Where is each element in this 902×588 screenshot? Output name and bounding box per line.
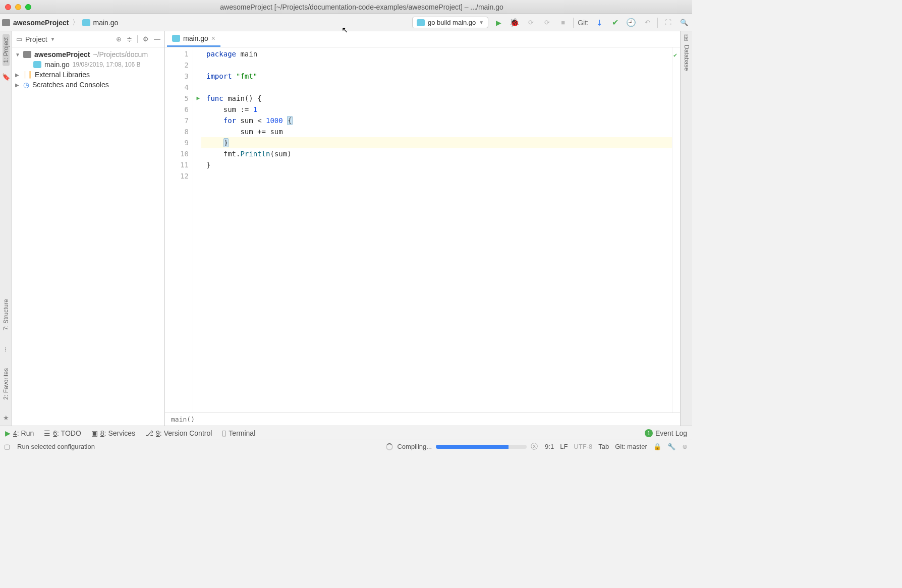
debug-button[interactable]: 🐞 <box>509 17 521 29</box>
git-commit-button[interactable]: ✔ <box>609 17 621 29</box>
tree-file[interactable]: main.go 19/08/2019, 17:08, 106 B <box>12 60 164 70</box>
editor[interactable]: 12345▶6789101112 package mainimport "fmt… <box>165 47 680 413</box>
code-line[interactable] <box>201 170 672 182</box>
hide-panel-icon[interactable]: — <box>154 35 160 43</box>
gutter[interactable]: 12345▶6789101112 <box>165 47 193 413</box>
project-panel-title[interactable]: Project <box>25 35 47 43</box>
run-coverage-button[interactable]: ⟳ <box>525 17 537 29</box>
database-icon[interactable]: 🗄 <box>683 34 690 42</box>
progress-bar <box>436 445 527 449</box>
inspection-ok-icon[interactable]: ✔ <box>672 47 680 63</box>
folder-icon <box>2 19 10 26</box>
project-view-icon: ▭ <box>16 35 22 43</box>
star-icon: ★ <box>3 414 9 422</box>
favorites-tool-tab[interactable]: 2: Favorites <box>3 365 10 403</box>
tool-windows-icon[interactable]: ▢ <box>4 443 10 450</box>
code-line[interactable]: } <box>201 137 672 148</box>
code-area[interactable]: package mainimport "fmt"func main() { su… <box>201 47 672 413</box>
status-bar: ▢ Run selected configuration Compiling..… <box>0 440 692 453</box>
left-tool-rail: 1: Project 🔖 7: Structure ⫶ 2: Favorites… <box>0 31 12 426</box>
revert-button[interactable]: ↶ <box>641 17 653 29</box>
go-file-icon <box>172 35 180 42</box>
bottom-tool-bar: ▶4: Run ☰6: TODO ▣8: Services ⎇9: Versio… <box>0 426 692 440</box>
project-tool-window: ▭ Project ▼ ⊕ ≑ ⚙ — ▼ awesomeProject ~/P… <box>12 31 165 426</box>
breadcrumb-file[interactable]: main.go <box>93 19 119 27</box>
folder-icon <box>23 51 31 58</box>
terminal-tool-button[interactable]: ⌷Terminal <box>222 429 255 437</box>
editor-tab[interactable]: main.go × <box>167 31 220 47</box>
code-line[interactable]: fmt.Println(sum) <box>201 148 672 159</box>
tree-scratches[interactable]: ▶ ◷ Scratches and Consoles <box>12 80 164 90</box>
library-icon: ║║ <box>23 71 32 78</box>
go-file-icon <box>33 61 41 68</box>
window-close-button[interactable] <box>5 4 11 10</box>
window-minimize-button[interactable] <box>15 4 21 10</box>
breadcrumb-project[interactable]: awesomeProject <box>13 19 69 27</box>
code-line[interactable]: sum += sum <box>201 126 672 137</box>
structure-icon: ⫶ <box>4 345 8 353</box>
run-config-label: go build main.go <box>428 19 476 26</box>
code-line[interactable]: for sum < 1000 { <box>201 115 672 126</box>
bookmark-icon[interactable]: 🔖 <box>2 73 10 81</box>
indent-info[interactable]: Tab <box>598 443 609 450</box>
git-branch[interactable]: Git: master <box>615 443 647 450</box>
spinner-icon <box>386 443 393 450</box>
stop-button[interactable]: ■ <box>557 17 569 29</box>
go-file-icon <box>82 19 90 26</box>
window-zoom-button[interactable] <box>25 4 31 10</box>
code-line[interactable]: import "fmt" <box>201 71 672 82</box>
git-label: Git: <box>578 19 589 27</box>
chevron-right-icon: 〉 <box>72 18 79 27</box>
code-line[interactable]: func main() { <box>201 93 672 104</box>
close-tab-icon[interactable]: × <box>211 34 215 42</box>
code-line[interactable]: } <box>201 159 672 170</box>
history-button[interactable]: 🕘 <box>625 17 637 29</box>
tree-root[interactable]: ▼ awesomeProject ~/Projects/docum <box>12 49 164 60</box>
window-title: awesomeProject [~/Projects/documentation… <box>36 3 687 11</box>
services-tool-button[interactable]: ▣8: Services <box>91 429 135 437</box>
cancel-progress-button[interactable]: ⓧ <box>531 442 538 451</box>
expand-button[interactable]: ⛶ <box>662 17 674 29</box>
project-tree[interactable]: ▼ awesomeProject ~/Projects/docum main.g… <box>12 47 164 92</box>
database-tool-tab[interactable]: Database <box>683 42 690 74</box>
encoding[interactable]: UTF-8 <box>574 443 592 450</box>
editor-area: main.go × 12345▶6789101112 package maini… <box>165 31 680 426</box>
event-log-button[interactable]: 1 Event Log <box>645 429 687 437</box>
search-everywhere-button[interactable]: 🔍 <box>678 17 690 29</box>
right-tool-rail: 🗄 Database <box>680 31 692 426</box>
git-update-button[interactable]: ↙ <box>593 17 605 29</box>
hector-icon[interactable]: ☺ <box>682 443 688 450</box>
editor-breadcrumb[interactable]: main() <box>165 413 680 426</box>
code-line[interactable] <box>201 60 672 71</box>
chevron-down-icon: ▼ <box>479 20 484 25</box>
progress-label: Compiling... <box>397 443 432 450</box>
run-line-icon[interactable]: ▶ <box>196 93 200 104</box>
code-line[interactable]: package main <box>201 48 672 60</box>
event-count-badge: 1 <box>645 429 653 437</box>
code-line[interactable] <box>201 82 672 93</box>
profile-button[interactable]: ⟳ <box>541 17 553 29</box>
expand-all-icon[interactable]: ≑ <box>127 35 132 43</box>
run-configuration-dropdown[interactable]: go build main.go ▼ <box>412 17 488 28</box>
vcs-tool-button[interactable]: ⎇9: Version Control <box>145 429 212 437</box>
titlebar: awesomeProject [~/Projects/documentation… <box>0 0 692 14</box>
wrench-icon[interactable]: 🔧 <box>667 443 675 450</box>
lock-icon[interactable]: 🔒 <box>653 443 661 450</box>
run-tool-button[interactable]: ▶4: Run <box>5 429 34 437</box>
scratch-icon: ◷ <box>23 81 29 89</box>
go-config-icon <box>417 19 425 26</box>
locate-icon[interactable]: ⊕ <box>116 35 122 43</box>
line-ending[interactable]: LF <box>560 443 568 450</box>
chevron-down-icon[interactable]: ▼ <box>50 36 55 42</box>
navigation-bar: awesomeProject 〉 main.go go build main.g… <box>0 14 692 31</box>
structure-tool-tab[interactable]: 7: Structure <box>3 296 10 333</box>
cursor-position[interactable]: 9:1 <box>545 443 554 450</box>
project-tool-tab[interactable]: 1: Project <box>3 34 10 66</box>
gear-icon[interactable]: ⚙ <box>143 35 149 43</box>
run-button[interactable]: ▶ <box>492 17 504 29</box>
todo-tool-button[interactable]: ☰6: TODO <box>44 429 81 437</box>
status-hint: Run selected configuration <box>17 443 95 450</box>
code-line[interactable]: sum := 1 <box>201 104 672 115</box>
right-gutter: ✔ <box>672 47 680 413</box>
tree-external-libraries[interactable]: ▶ ║║ External Libraries <box>12 70 164 80</box>
